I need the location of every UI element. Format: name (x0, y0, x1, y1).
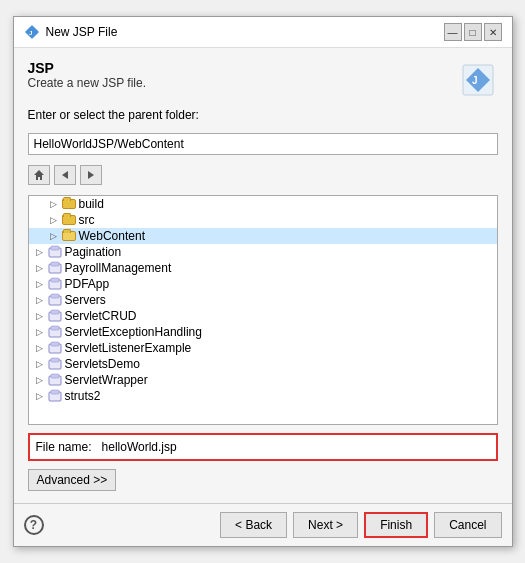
advanced-button[interactable]: Advanced >> (28, 469, 117, 491)
title-buttons: — □ ✕ (444, 23, 502, 41)
home-button[interactable] (28, 165, 50, 185)
title-bar: J New JSP File — □ ✕ (14, 17, 512, 48)
project-icon (47, 325, 63, 339)
svg-rect-19 (51, 326, 59, 330)
tree-item[interactable]: ▷ Pagination (29, 244, 497, 260)
svg-rect-27 (51, 390, 59, 394)
tree-toggle: ▷ (47, 213, 61, 227)
dialog-title: New JSP File (46, 25, 118, 39)
folder-icon (61, 213, 77, 227)
svg-marker-6 (62, 171, 68, 179)
tree-item[interactable]: ▷ ServletListenerExample (29, 340, 497, 356)
svg-rect-15 (51, 294, 59, 298)
new-jsp-file-dialog: J New JSP File — □ ✕ JSP Create a new JS… (13, 16, 513, 547)
tree-item[interactable]: ▷ ServletCRUD (29, 308, 497, 324)
help-button[interactable]: ? (24, 515, 44, 535)
folder-tree[interactable]: ▷ build ▷ src ▷ WebContent (28, 195, 498, 425)
back-button[interactable]: < Back (220, 512, 287, 538)
forward-nav-icon (85, 169, 97, 181)
folder-input[interactable] (28, 133, 498, 155)
svg-rect-9 (51, 246, 59, 250)
project-icon (47, 293, 63, 307)
svg-rect-11 (51, 262, 59, 266)
bottom-buttons: < Back Next > Finish Cancel (220, 512, 501, 538)
header-section: JSP Create a new JSP file. J (28, 60, 498, 100)
project-icon (47, 373, 63, 387)
tree-toggle: ▷ (33, 245, 47, 259)
project-icon (47, 389, 63, 403)
close-button[interactable]: ✕ (484, 23, 502, 41)
folder-icon (61, 197, 77, 211)
tree-toggle: ▷ (33, 325, 47, 339)
folder-icon (61, 229, 77, 243)
title-bar-left: J New JSP File (24, 24, 118, 40)
cancel-button[interactable]: Cancel (434, 512, 501, 538)
svg-marker-7 (88, 171, 94, 179)
project-icon (47, 261, 63, 275)
wizard-title: JSP (28, 60, 147, 76)
svg-marker-5 (34, 170, 44, 180)
tree-item[interactable]: ▷ src (29, 212, 497, 228)
tree-toolbar (28, 165, 498, 185)
forward-nav-button[interactable] (80, 165, 102, 185)
back-nav-button[interactable] (54, 165, 76, 185)
tree-item[interactable]: ▷ WebContent (29, 228, 497, 244)
tree-item[interactable]: ▷ PDFApp (29, 276, 497, 292)
svg-rect-13 (51, 278, 59, 282)
svg-rect-17 (51, 310, 59, 314)
next-button[interactable]: Next > (293, 512, 358, 538)
tree-toggle: ▷ (33, 389, 47, 403)
tree-toggle: ▷ (47, 197, 61, 211)
wizard-subtitle: Create a new JSP file. (28, 76, 147, 90)
tree-item[interactable]: ▷ struts2 (29, 388, 497, 404)
project-icon (47, 357, 63, 371)
tree-item[interactable]: ▷ Servers (29, 292, 497, 308)
tree-item[interactable]: ▷ build (29, 196, 497, 212)
header-text: JSP Create a new JSP file. (28, 60, 147, 90)
svg-rect-23 (51, 358, 59, 362)
project-icon (47, 309, 63, 323)
project-icon (47, 341, 63, 355)
tree-item[interactable]: ▷ ServletsDemo (29, 356, 497, 372)
minimize-button[interactable]: — (444, 23, 462, 41)
svg-rect-21 (51, 342, 59, 346)
tree-toggle: ▷ (33, 293, 47, 307)
tree-item[interactable]: ▷ ServletWrapper (29, 372, 497, 388)
folder-label: Enter or select the parent folder: (28, 108, 498, 122)
file-name-section: File name: (28, 433, 498, 461)
tree-toggle: ▷ (33, 261, 47, 275)
home-icon (33, 169, 45, 181)
maximize-button[interactable]: □ (464, 23, 482, 41)
tree-toggle: ▷ (47, 229, 61, 243)
file-name-input[interactable] (100, 439, 490, 455)
svg-text:J: J (472, 75, 478, 86)
tree-item[interactable]: ▷ ServletExceptionHandling (29, 324, 497, 340)
tree-toggle: ▷ (33, 277, 47, 291)
tree-toggle: ▷ (33, 309, 47, 323)
project-icon (47, 245, 63, 259)
tree-toggle: ▷ (33, 373, 47, 387)
svg-text:J: J (29, 30, 32, 36)
tree-toggle: ▷ (33, 357, 47, 371)
dialog-icon: J (24, 24, 40, 40)
finish-button[interactable]: Finish (364, 512, 428, 538)
wizard-header-icon: J (458, 60, 498, 100)
dialog-content: JSP Create a new JSP file. J Enter or se… (14, 48, 512, 503)
tree-toggle: ▷ (33, 341, 47, 355)
tree-item[interactable]: ▷ PayrollManagement (29, 260, 497, 276)
file-name-label: File name: (36, 440, 92, 454)
back-nav-icon (59, 169, 71, 181)
bottom-bar: ? < Back Next > Finish Cancel (14, 503, 512, 546)
svg-rect-25 (51, 374, 59, 378)
project-icon (47, 277, 63, 291)
